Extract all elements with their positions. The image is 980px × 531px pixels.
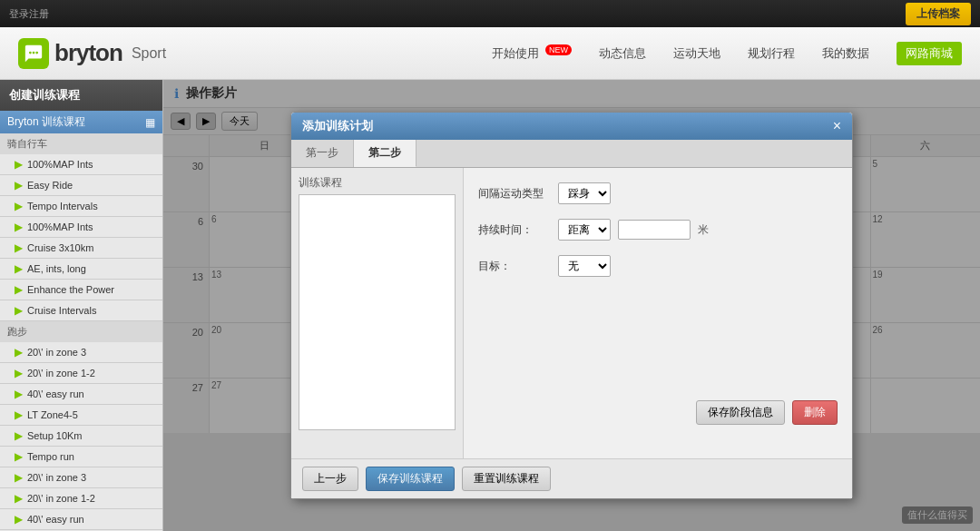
modal-dialog: 添加训练计划 × 第一步 第二步 训练课程 (290, 112, 853, 499)
list-item[interactable]: ▶ Cruise 3x10km (0, 238, 162, 259)
logo-brand: bryton (54, 39, 122, 67)
workout-icon: ▶ (15, 241, 23, 254)
modal-left-title: 训练课程 (299, 175, 456, 191)
duration-select[interactable]: 距离时间心率 (558, 219, 611, 241)
workout-icon: ▶ (15, 179, 23, 192)
workout-icon: ▶ (15, 283, 23, 296)
workout-icon: ▶ (15, 262, 23, 275)
nav-mydata[interactable]: 我的数据 (822, 42, 869, 65)
modal-overlay: 添加训练计划 × 第一步 第二步 训练课程 (163, 80, 980, 531)
list-item[interactable]: ▶ 20\' in zone 1-2 (0, 488, 162, 509)
sidebar-section-label: Bryton 训练课程 (7, 114, 85, 130)
workout-icon: ▶ (15, 513, 23, 526)
top-nav: 登录注册 上传档案 (0, 0, 980, 27)
top-nav-left: 登录注册 (9, 7, 49, 21)
logo-area: bryton Sport (18, 38, 166, 69)
content-area: ℹ 操作影片 ◀ ▶ 今天 日 一 二 三 四 五 六 30 (163, 80, 980, 531)
new-badge: NEW (545, 44, 572, 55)
workout-icon: ▶ (15, 408, 23, 421)
modal-footer-left: 上一步 保存训练课程 重置训练课程 (302, 467, 551, 491)
list-item[interactable]: ▶ 40\' easy run (0, 509, 162, 530)
save-stage-button[interactable]: 保存阶段信息 (696, 400, 785, 425)
top-nav-right: 上传档案 (906, 3, 971, 25)
sport-type-row: 间隔运动类型 踩身跑步游泳 (478, 182, 838, 204)
svg-point-2 (35, 51, 38, 54)
modal-footer: 上一步 保存训练课程 重置训练课程 (291, 458, 852, 498)
target-label: 目标： (478, 259, 551, 274)
modal-left-list[interactable] (299, 194, 456, 430)
list-item[interactable]: ▶ Cruise Intervals (0, 300, 162, 321)
modal-left-panel: 训练课程 (291, 168, 464, 458)
workout-icon: ▶ (15, 388, 23, 400)
sidebar-category-running: 跑步 (0, 321, 162, 342)
duration-label: 持续时间： (478, 222, 551, 238)
nav-sports[interactable]: 运动天地 (673, 42, 720, 65)
modal-right-panel: 间隔运动类型 踩身跑步游泳 持续时间： 距离时间心率 米 目标： (464, 168, 852, 458)
workout-icon: ▶ (15, 346, 23, 359)
modal-titlebar: 添加训练计划 × (291, 113, 852, 140)
target-row: 目标： 无心率配速功率 (478, 255, 838, 277)
duration-row: 持续时间： 距离时间心率 米 (478, 219, 838, 241)
nav-start[interactable]: 开始使用 NEW (492, 42, 572, 65)
duration-unit: 米 (698, 222, 709, 238)
modal-body: 训练课程 间隔运动类型 踩身跑步游泳 (291, 168, 852, 458)
sport-type-select[interactable]: 踩身跑步游泳 (558, 182, 611, 204)
workout-icon: ▶ (15, 471, 23, 484)
target-select[interactable]: 无心率配速功率 (558, 255, 611, 277)
list-item[interactable]: ▶ Easy Ride (0, 175, 162, 196)
tab-step2[interactable]: 第二步 (354, 140, 416, 167)
delete-button[interactable]: 删除 (792, 400, 838, 425)
workout-icon: ▶ (15, 492, 23, 505)
list-item[interactable]: ▶ Tempo run (0, 447, 162, 467)
workout-icon: ▶ (15, 221, 23, 233)
workout-icon: ▶ (15, 304, 23, 317)
main-content: 创建训练课程 Bryton 训练课程 ▦ 骑自行车 ▶ 100%MAP Ints… (0, 80, 980, 531)
svg-point-1 (33, 51, 35, 54)
list-item[interactable]: ▶ 20\' in zone 1-2 (0, 363, 162, 384)
login-link[interactable]: 登录注册 (9, 7, 49, 21)
duration-input[interactable] (618, 220, 691, 240)
list-item[interactable]: ▶ Tempo Intervals (0, 196, 162, 217)
list-item[interactable]: ▶ 100%MAP Ints (0, 217, 162, 238)
prev-step-button[interactable]: 上一步 (302, 467, 358, 491)
logo-bar: bryton Sport 开始使用 NEW 动态信息 运动天地 规划行程 我的数… (0, 27, 980, 80)
bryton-logo-icon (18, 38, 49, 69)
sidebar: 创建训练课程 Bryton 训练课程 ▦ 骑自行车 ▶ 100%MAP Ints… (0, 80, 163, 531)
save-plan-button[interactable]: 保存训练课程 (366, 467, 455, 491)
workout-icon: ▶ (15, 158, 23, 171)
workout-icon: ▶ (15, 367, 23, 379)
nav-dynamic[interactable]: 动态信息 (599, 42, 646, 65)
sidebar-section-header[interactable]: Bryton 训练课程 ▦ (0, 111, 162, 133)
modal-close-button[interactable]: × (833, 119, 841, 133)
main-nav: 开始使用 NEW 动态信息 运动天地 规划行程 我的数据 网路商城 (492, 42, 962, 65)
list-item[interactable]: ▶ 20\' in zone 3 (0, 342, 162, 363)
list-item[interactable]: ▶ Setup 10Km (0, 426, 162, 447)
list-item[interactable]: ▶ AE, ints, long (0, 259, 162, 280)
sport-type-label: 间隔运动类型 (478, 186, 551, 202)
list-item[interactable]: ▶ 100%MAP Ints (0, 154, 162, 175)
list-item[interactable]: ▶ 20\' in zone 3 (0, 467, 162, 488)
svg-point-0 (29, 51, 32, 54)
list-item[interactable]: ▶ 40\' easy run (0, 384, 162, 405)
sidebar-category-cycling: 骑自行车 (0, 133, 162, 154)
workout-icon: ▶ (15, 200, 23, 212)
nav-shop[interactable]: 网路商城 (897, 42, 962, 65)
workout-icon: ▶ (15, 450, 23, 463)
modal-title: 添加训练计划 (302, 118, 373, 134)
sidebar-collapse-icon: ▦ (145, 116, 155, 129)
nav-plan[interactable]: 规划行程 (748, 42, 795, 65)
sidebar-header: 创建训练课程 (0, 80, 162, 111)
list-item[interactable]: ▶ LT Zone4-5 (0, 405, 162, 426)
reset-button[interactable]: 重置训练课程 (462, 467, 551, 491)
logo-sport: Sport (132, 45, 166, 62)
list-item[interactable]: ▶ Enhance the Power (0, 280, 162, 300)
modal-tabs: 第一步 第二步 (291, 140, 852, 168)
workout-icon: ▶ (15, 429, 23, 442)
upload-button[interactable]: 上传档案 (906, 3, 971, 25)
tab-step1[interactable]: 第一步 (291, 140, 354, 167)
